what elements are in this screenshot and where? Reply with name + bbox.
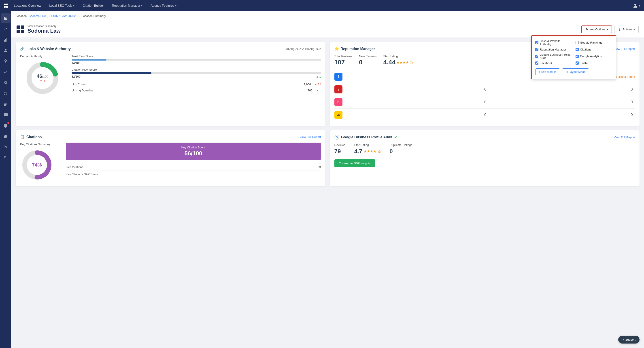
location-icon [16, 25, 24, 33]
svg-rect-7 [6, 38, 8, 41]
citations-donut: 74% [20, 148, 54, 182]
da-change: ▼ -1 [37, 80, 48, 83]
checkbox-gbp[interactable] [535, 55, 538, 58]
linking-domains-value: 706 [308, 89, 312, 92]
top-navigation: Locations Overview Local SEO Tools Citat… [0, 0, 644, 11]
checkbox-google-rankings[interactable] [576, 41, 579, 44]
nav-logo [4, 3, 8, 8]
checkbox-links-label: Links & Website Authority [540, 39, 572, 46]
live-citations-row: Live Citations 93 [66, 164, 321, 171]
screen-option-twitter[interactable]: Twitter [576, 61, 612, 65]
checkbox-analytics-label: Google Analytics [580, 54, 602, 58]
checkbox-google-rankings-label: Google Rankings [580, 41, 602, 44]
add-module-button[interactable]: + Add Module [535, 68, 560, 75]
citations-card-header: 📋 Citations View Full Report [20, 135, 321, 139]
gbp-star-rating-metric: Star Rating 4.7 ★★★★½ [354, 143, 381, 155]
screen-options-dropdown: Links & Website Authority Google Ranking… [531, 35, 616, 79]
key-citations-summary-label: Key Citations Summary [20, 143, 60, 146]
sidebar-icon-shield[interactable] [1, 121, 10, 130]
checkbox-reputation[interactable] [535, 48, 538, 51]
local-seo-dropdown-icon [73, 4, 74, 7]
actions-button[interactable]: Actions [614, 26, 639, 33]
page-title-group: View Location Summary: Sodoma Law [28, 24, 60, 34]
nav-citation-builder[interactable]: Citation Builder [78, 0, 108, 11]
screen-option-reputation[interactable]: Reputation Manager [535, 48, 572, 51]
svg-point-9 [4, 92, 7, 95]
checkbox-links[interactable] [535, 41, 538, 44]
screen-option-google-rankings[interactable]: Google Rankings [576, 39, 612, 46]
checkbox-analytics[interactable] [576, 55, 579, 58]
main-content: Location: Sodoma Law (SODOMALAW-28202...… [11, 11, 644, 191]
linking-domains-row: Linking Domains 706 ▲ 1 [72, 87, 321, 93]
gbp-reviews-metric: Reviews 79 [334, 143, 346, 155]
nav-reputation-manager[interactable]: Reputation Manager [108, 0, 146, 11]
screen-option-gbp[interactable]: Google Business Profile Audit [535, 53, 572, 60]
sidebar-icon-target[interactable] [1, 88, 10, 98]
gbp-duplicates-label: Duplicate Listings [390, 143, 412, 147]
checkbox-twitter[interactable] [576, 61, 579, 65]
sidebar-icon-check-chart[interactable] [1, 67, 10, 77]
link-count-label: Link Count [72, 83, 86, 86]
gbp-star-rating-label: Star Rating [354, 143, 381, 147]
nav-locations-overview[interactable]: Locations Overview [10, 0, 45, 11]
svg-point-14 [620, 29, 620, 30]
user-menu[interactable] [633, 3, 640, 8]
reputation-view-full[interactable]: View Full Report [614, 47, 635, 50]
google-g-icon: G [334, 135, 339, 140]
trust-flow-row: Trust Flow Score 14/100 [72, 54, 321, 65]
star-rating-display: 4.44 ★★★★½ [383, 59, 413, 66]
yp-new-reviews: 0 [482, 113, 489, 117]
sidebar-icon-message[interactable] [1, 110, 10, 120]
citations-card-title: 📋 Citations [20, 135, 42, 139]
total-reviews-value: 107 [334, 59, 352, 66]
yelp-platform-row: y 0 0 [334, 83, 635, 96]
reputation-dropdown-icon [141, 4, 142, 7]
svg-rect-11 [4, 103, 8, 103]
layout-mode-button[interactable]: ⊞ Layout Mode [562, 68, 589, 75]
gbp-view-full[interactable]: View Full Report [614, 136, 635, 139]
checkbox-facebook[interactable] [535, 61, 538, 65]
yp-platform-icon: yp [334, 111, 342, 119]
sidebar-icon-person[interactable] [1, 46, 10, 55]
checkbox-gbp-label: Google Business Profile Audit [540, 53, 572, 60]
total-reviews-stat: Total Reviews 107 [334, 54, 352, 66]
page-header-actions: Screen Options Actions Links & Website A… [581, 25, 639, 33]
sidebar-icon-settings[interactable] [1, 131, 10, 141]
gbp-half-star: ½ [378, 150, 380, 154]
layout-mode-label: ⊞ Layout Mode [566, 70, 586, 73]
nav-agency-features[interactable]: Agency Features [146, 0, 180, 11]
sidebar-icon-pin[interactable] [1, 56, 10, 66]
connect-gbp-label: Connect to GBP Insights [339, 162, 371, 165]
sidebar-icon-g[interactable]: G [1, 78, 10, 88]
foursquare-platform-row: F 0 0 [334, 96, 635, 109]
trust-flow-value-row: 14/100 [72, 61, 321, 65]
icon-block-1 [16, 25, 20, 29]
screen-option-analytics[interactable]: Google Analytics [576, 53, 612, 60]
screen-options-button[interactable]: Screen Options [581, 25, 612, 33]
gbp-stars-display: ★★★★ [364, 149, 376, 154]
new-reviews-value: 0 [359, 59, 377, 66]
icon-block-3 [16, 30, 20, 33]
key-citation-score-box: Key Citation Score 56/100 [66, 143, 321, 160]
sidebar-icon-grid[interactable]: ⊞ [1, 13, 10, 23]
checkbox-citations[interactable] [576, 48, 579, 51]
sidebar-icon-bar2[interactable] [1, 99, 10, 109]
nav-local-seo-tools[interactable]: Local SEO Tools [45, 0, 78, 11]
connect-gbp-button[interactable]: Connect to GBP Insights [334, 159, 375, 167]
screen-options-grid: Links & Website Authority Google Ranking… [535, 39, 612, 65]
gbp-reviews-label: Reviews [334, 143, 346, 147]
gbp-card-title: G Google Business Profile Audit ✓ [334, 135, 397, 140]
screen-option-facebook[interactable]: Facebook [535, 61, 572, 65]
sidebar-icon-bar-chart[interactable] [1, 35, 10, 45]
sidebar-icon-refresh[interactable]: ↻ [1, 142, 10, 152]
citations-view-full[interactable]: View Full Report [300, 135, 321, 139]
breadcrumb-location-link[interactable]: Sodoma Law (SODOMALAW-28202... [29, 14, 78, 18]
foursquare-platform-icon: F [334, 98, 342, 106]
screen-options-label: Screen Options [586, 28, 606, 31]
sidebar-icon-flag[interactable] [1, 153, 10, 163]
screen-option-links[interactable]: Links & Website Authority [535, 39, 572, 46]
svg-rect-6 [5, 39, 6, 41]
sidebar-icon-chart[interactable] [1, 24, 10, 34]
da-label: Domain Authority [20, 54, 65, 58]
screen-option-citations[interactable]: Citations [576, 48, 612, 51]
